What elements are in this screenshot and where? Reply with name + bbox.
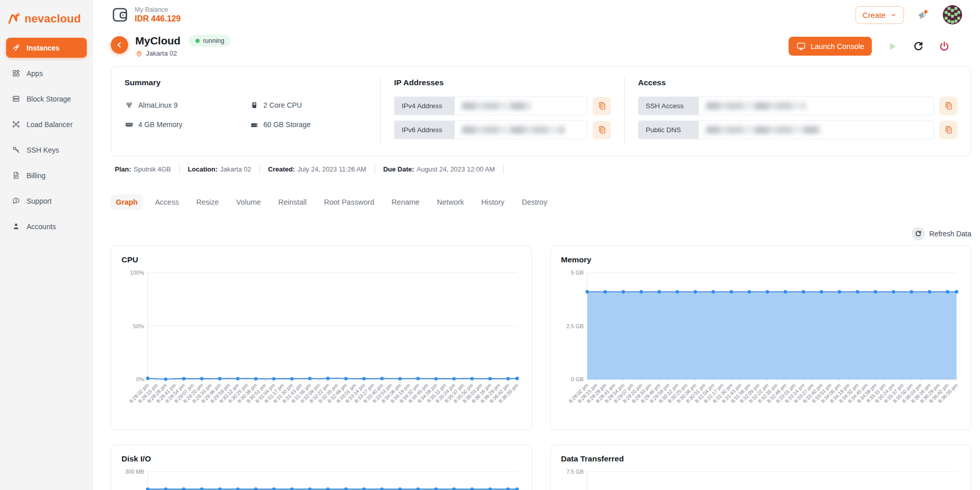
power-off-icon[interactable] [939,41,950,52]
tab-graph[interactable]: Graph [111,194,143,210]
field-value [699,97,934,115]
apps-icon [12,69,20,78]
field-row-ipv4-address: IPv4 Address [394,96,611,115]
copy-icon [597,101,607,111]
avatar[interactable] [943,5,962,24]
chart-card-disk-i-o: Disk I/O 300 MB200 MB100 MB0 MB8:28:02 p… [111,445,532,490]
tab-resize[interactable]: Resize [191,194,224,210]
svg-text:7.5 GB: 7.5 GB [567,469,584,475]
nevacloud-logo-icon [8,12,21,26]
launch-console-label: Launch Console [811,42,864,51]
tab-network[interactable]: Network [432,194,469,210]
tab-destroy[interactable]: Destroy [517,194,552,210]
svg-text:5 GB: 5 GB [571,270,584,276]
brand-logo[interactable]: nevacloud [0,7,93,38]
refresh-data-icon[interactable] [912,227,925,240]
sidebar-item-billing[interactable]: Billing [6,165,87,185]
tab-rename[interactable]: Rename [386,194,425,210]
rocket-icon [12,43,20,52]
support-icon [12,197,20,205]
summary-item-label: 60 GB Storage [263,120,311,129]
summary-section: Summary AlmaLinux 9 2 Core CPU 4 GB Memo… [111,77,380,145]
copy-icon [944,125,953,135]
sidebar-item-ssh-keys[interactable]: SSH Keys [6,140,87,160]
sidebar-item-label: Billing [27,172,45,180]
chart-title-memory: Memory [561,255,961,264]
instance-header: MyCloud running Jakar [111,35,971,57]
tab-volume[interactable]: Volume [231,194,266,210]
key-icon [12,145,20,154]
field-label: Public DNS [639,121,699,139]
back-button[interactable] [111,36,128,54]
meta-label: Location: [188,165,218,173]
summary-grid: AlmaLinux 9 2 Core CPU 4 GB Memory 60 GB… [125,101,367,129]
summary-item-label: 2 Core CPU [263,101,302,109]
summary-item-2-core-cpu: 2 Core CPU [250,101,367,110]
sidebar-item-instances[interactable]: Instances [6,38,87,58]
copy-button[interactable] [593,121,611,139]
field-value [455,121,587,139]
field-box: IPv4 Address [394,96,587,115]
restart-refresh-icon[interactable] [913,41,924,52]
start-play-icon[interactable] [887,41,898,52]
location-pin-icon [135,50,143,57]
console-monitor-icon [796,41,806,51]
redacted-value [706,126,821,134]
sidebar-item-block-storage[interactable]: Block Storage [6,89,87,109]
tab-history[interactable]: History [476,194,509,210]
sidebar-item-label: Load Balancer [27,120,72,129]
field-box: SSH Access [638,96,934,115]
wallet-icon [111,6,129,24]
access-rows: SSH Access Public DNS [638,96,958,139]
sidebar-item-label: Instances [27,44,60,52]
sidebar-item-label: Apps [27,69,43,78]
field-row-public-dns: Public DNS [638,120,958,139]
instance-header-left: MyCloud running Jakar [111,35,231,57]
copy-button[interactable] [939,121,958,139]
billing-icon [12,171,20,180]
sidebar-item-label: SSH Keys [27,146,59,154]
field-value [455,97,587,115]
create-button[interactable]: Create [855,6,904,24]
meta-value: August 24, 2023 12:00 AM [416,165,495,173]
sidebar-item-accounts[interactable]: Accounts [6,216,87,236]
meta-label: Created: [268,165,295,173]
chip-icon [250,101,259,110]
svg-text:2.5 GB: 2.5 GB [567,323,584,329]
instance-actions: Launch Console [789,37,971,56]
instance-name: MyCloud [135,35,181,47]
disk-icon [250,120,259,129]
copy-button[interactable] [593,97,611,115]
sidebar-item-label: Accounts [27,223,56,231]
copy-button[interactable] [939,97,958,115]
summary-item-60-gb-storage: 60 GB Storage [250,120,367,129]
sidebar-nav: Instances Apps Block Storage Load Balanc… [0,38,93,236]
topbar: My Balance IDR 446.129 Create [111,0,971,24]
sidebar-item-apps[interactable]: Apps [6,63,87,83]
tab-root-password[interactable]: Root Password [319,194,379,210]
launch-console-button[interactable]: Launch Console [789,37,872,56]
announcements-megaphone-icon[interactable] [917,8,930,21]
access-title: Access [638,78,958,87]
field-label: IPv6 Address [395,121,455,139]
sidebar-item-label: Block Storage [27,95,71,103]
svg-text:300 MB: 300 MB [125,469,144,475]
balance-widget: My Balance IDR 446.129 [111,6,181,24]
overview-card: Summary AlmaLinux 9 2 Core CPU 4 GB Memo… [111,66,971,156]
refresh-data-label[interactable]: Refresh Data [929,230,971,238]
ip-addresses-section: IP Addresses IPv4 Address IPv6 Address [380,77,624,145]
chart-card-cpu: CPU 100%50%0%8:28:02 pm8:28:15 pm8:28:28… [111,246,532,430]
tab-access[interactable]: Access [150,194,184,210]
ip-rows: IPv4 Address IPv6 Address [394,96,611,139]
field-row-ssh-access: SSH Access [638,96,958,115]
tab-reinstall[interactable]: Reinstall [273,194,312,210]
status-label: running [203,37,225,44]
topbar-actions: Create [855,5,971,24]
load-balancer-icon [12,120,20,129]
sidebar-item-support[interactable]: Support [6,191,87,211]
brand-name: nevacloud [24,12,81,26]
chart-title-cpu: CPU [121,255,521,264]
sidebar-item-load-balancer[interactable]: Load Balancer [6,114,87,134]
summary-title: Summary [125,78,367,87]
meta-location: Location: Jakarta 02 [180,164,260,174]
